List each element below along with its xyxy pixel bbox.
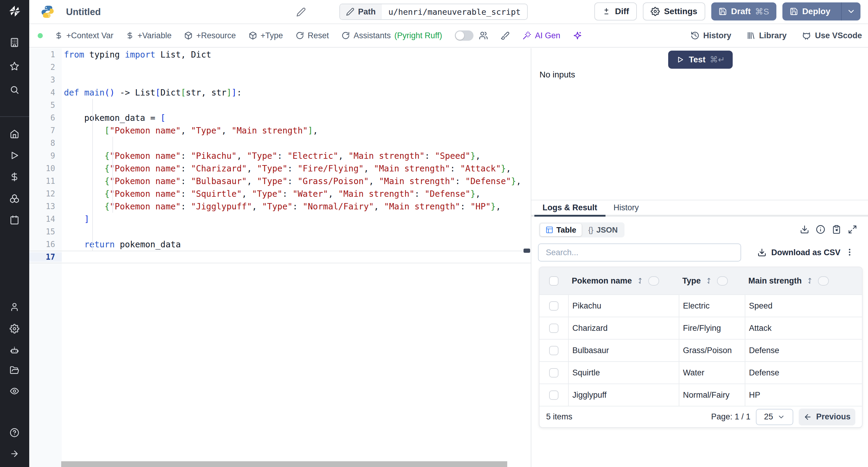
code-text: def main() -> List[Dict[str, str]]:	[62, 88, 531, 98]
robot-icon[interactable]	[10, 345, 19, 355]
table-header-row: Pokemon name Type Main strength	[539, 267, 862, 294]
code-line[interactable]: 2	[29, 61, 531, 73]
expand-sidebar-arrow-icon[interactable]	[10, 449, 19, 459]
view-table-button[interactable]: Table	[540, 223, 582, 236]
view-table-label: Table	[556, 225, 576, 235]
tab-history[interactable]: History	[606, 200, 647, 215]
ai-gen-button[interactable]: AI Gen	[522, 31, 560, 40]
column-header-pokemon-name[interactable]: Pokemon name	[572, 276, 632, 286]
runs-play-icon[interactable]	[10, 151, 19, 160]
sort-icon[interactable]	[806, 277, 814, 285]
column-header-type[interactable]: Type	[682, 276, 701, 286]
row-checkbox[interactable]	[549, 346, 558, 355]
code-line[interactable]: 15	[29, 225, 531, 238]
code-line[interactable]: 8	[29, 137, 531, 150]
library-label: Library	[759, 31, 786, 40]
info-icon[interactable]	[816, 225, 825, 234]
code-line[interactable]: 9 {"Pokemon name": "Pikachu", "Type": "E…	[29, 150, 531, 162]
download-icon[interactable]	[800, 225, 809, 234]
building-icon[interactable]	[10, 38, 19, 47]
view-json-button[interactable]: {} JSON	[583, 223, 623, 236]
search-input[interactable]	[538, 244, 741, 261]
windmill-logo-icon[interactable]	[8, 4, 22, 18]
add-variable-button[interactable]: +Variable	[126, 31, 172, 40]
deploy-button[interactable]: Deploy	[782, 2, 861, 21]
assistants-button[interactable]: Assistants (Pyright Ruff)	[341, 31, 442, 40]
home-icon[interactable]	[10, 129, 19, 138]
user-icon[interactable]	[10, 302, 19, 312]
star-icon[interactable]	[10, 61, 19, 71]
code-line[interactable]: 3	[29, 73, 531, 86]
schedules-calendar-icon[interactable]	[10, 215, 19, 225]
column-filter-pill[interactable]	[717, 276, 728, 286]
draft-button[interactable]: Draft ⌘S	[711, 2, 776, 21]
draft-shortcut: ⌘S	[755, 7, 769, 17]
select-all-checkbox[interactable]	[549, 276, 558, 286]
column-filter-pill[interactable]	[648, 276, 659, 286]
deploy-dropdown[interactable]	[841, 2, 861, 21]
code-line[interactable]: 10 {"Pokemon name": "Charizard", "Type":…	[29, 162, 531, 175]
code-line[interactable]: 4def main() -> List[Dict[str, str]]:	[29, 86, 531, 99]
row-checkbox[interactable]	[549, 368, 558, 377]
assistants-toggle[interactable]	[455, 30, 473, 41]
column-filter-pill[interactable]	[818, 276, 829, 286]
resources-cubes-icon[interactable]	[10, 194, 19, 204]
library-button[interactable]: Library	[746, 31, 786, 40]
tab-logs-result[interactable]: Logs & Result	[534, 200, 606, 215]
column-header-main-strength[interactable]: Main strength	[748, 276, 802, 286]
line-number: 11	[29, 177, 62, 186]
gear-icon[interactable]	[10, 324, 19, 334]
code-line[interactable]: 17	[29, 251, 531, 263]
variables-dollar-icon[interactable]	[10, 172, 19, 182]
code-line[interactable]: 1from typing import List, Dict	[29, 48, 531, 61]
vscode-button[interactable]: Use VScode	[802, 31, 862, 40]
code-line[interactable]: 14 ]	[29, 213, 531, 225]
rename-pencil-icon[interactable]	[296, 7, 306, 17]
row-checkbox[interactable]	[549, 301, 558, 311]
code-line[interactable]: 7 ["Pokemon name", "Type", "Main strengt…	[29, 124, 531, 137]
reset-button[interactable]: Reset	[296, 31, 329, 40]
path-pencil-icon	[346, 7, 354, 16]
pagination: Page: 1 / 1 25 Previous	[711, 409, 855, 426]
history-button[interactable]: History	[690, 31, 731, 40]
add-resource-button[interactable]: +Resource	[184, 31, 236, 40]
row-checkbox[interactable]	[549, 391, 558, 400]
sort-icon[interactable]	[705, 277, 713, 285]
row-checkbox[interactable]	[549, 323, 558, 333]
table-cell: Attack	[745, 317, 862, 339]
folder-icon[interactable]	[10, 366, 19, 375]
format-brush-button[interactable]	[501, 31, 510, 40]
assistants-toggle-group	[455, 30, 488, 41]
settings-button[interactable]: Settings	[643, 2, 705, 21]
eye-icon[interactable]	[10, 386, 19, 396]
toolbar-right-group: History Library Use VScode	[675, 31, 862, 40]
path-value[interactable]: u/henri/maneuverable_script	[382, 4, 527, 19]
path-input[interactable]: Path u/henri/maneuverable_script	[339, 4, 528, 20]
add-context-var-button[interactable]: +Context Var	[55, 31, 113, 40]
code-line[interactable]: 5	[29, 99, 531, 112]
code-line[interactable]: 16 return pokemon_data	[29, 238, 531, 251]
search-icon[interactable]	[10, 85, 19, 95]
page-size-select[interactable]: 25	[756, 409, 793, 425]
history-clock-icon	[690, 31, 700, 40]
code-line[interactable]: 11 {"Pokemon name": "Bulbasaur", "Type":…	[29, 175, 531, 187]
previous-page-button[interactable]: Previous	[799, 409, 855, 426]
ai-sparkles-button[interactable]	[573, 31, 582, 40]
sort-icon[interactable]	[636, 277, 644, 285]
expand-fullscreen-icon[interactable]	[848, 225, 857, 234]
test-button[interactable]: Test ⌘↵	[668, 51, 733, 69]
code-line[interactable]: 12 {"Pokemon name": "Squirtle", "Type": …	[29, 187, 531, 200]
download-csv-button[interactable]: Download as CSV	[757, 244, 841, 261]
diff-button[interactable]: Diff	[594, 2, 637, 21]
help-icon[interactable]	[10, 428, 19, 437]
code-editor[interactable]: 1from typing import List, Dict234def mai…	[29, 48, 531, 467]
clipboard-copy-icon[interactable]	[832, 225, 841, 234]
splitter-handle[interactable]	[524, 249, 530, 253]
line-number: 9	[29, 151, 62, 160]
add-type-button[interactable]: +Type	[249, 31, 283, 40]
code-line[interactable]: 13 {"Pokemon name": "Jigglypuff", "Type"…	[29, 200, 531, 213]
top-bar: Untitled Path u/henri/maneuverable_scrip…	[29, 0, 868, 24]
editor-horizontal-scrollbar[interactable]	[61, 461, 507, 467]
kebab-menu-icon[interactable]	[845, 248, 854, 257]
code-line[interactable]: 6 pokemon_data = [	[29, 112, 531, 124]
